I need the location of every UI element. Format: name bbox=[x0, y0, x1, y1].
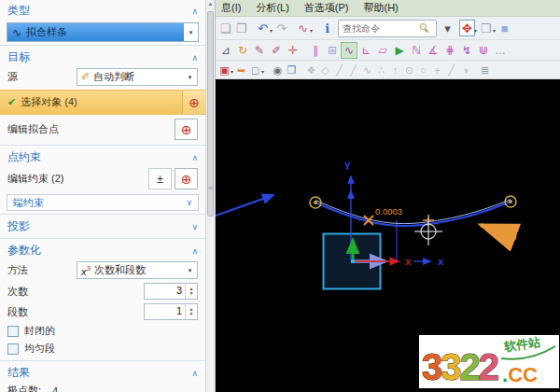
snap-segment-icon[interactable]: ╱ bbox=[346, 62, 360, 78]
undo-icon-dropdown[interactable]: ▾ bbox=[270, 28, 273, 34]
edit-constraint-crosshair-button[interactable]: ⊕ bbox=[175, 168, 198, 189]
select-object-crosshair-button[interactable]: ⊕ bbox=[182, 91, 205, 114]
sketch-curve-icon[interactable]: ∿ bbox=[295, 20, 311, 36]
add-remove-constraint-button[interactable]: ± bbox=[148, 168, 172, 189]
sketch-curve-icon-dropdown[interactable]: ▾ bbox=[310, 28, 313, 34]
revolve-icon[interactable]: ↻ bbox=[234, 42, 251, 59]
method-combo[interactable]: x3 次数和段数 ▾ bbox=[77, 261, 198, 279]
fit-view-icon[interactable]: ✥ bbox=[459, 20, 475, 36]
point-on-curve-icon[interactable]: ✛ bbox=[285, 42, 301, 59]
n-sided-icon[interactable]: ℕ bbox=[408, 42, 425, 59]
lightning-icon[interactable]: ↯ bbox=[458, 42, 475, 59]
csys-origin[interactable] bbox=[351, 259, 355, 263]
deviation-gauge-icon[interactable]: ⋕ bbox=[441, 42, 458, 59]
segments-value[interactable]: 1 bbox=[145, 304, 185, 319]
undo-icon[interactable]: ↶ bbox=[255, 20, 271, 36]
section-projection[interactable]: 投影 ∨ bbox=[0, 216, 205, 235]
section-target[interactable]: 目标 ∧ bbox=[0, 47, 205, 66]
sketch-grid-icon[interactable]: ⊞ bbox=[324, 42, 341, 59]
section-results[interactable]: 结果 ∧ bbox=[0, 362, 205, 382]
divide-curve-icon[interactable]: ✐ bbox=[268, 42, 285, 59]
menu-item-analysis[interactable]: 分析(L) bbox=[256, 1, 288, 15]
snap-circle-icon[interactable]: ○ bbox=[416, 62, 430, 78]
closed-checkbox-row[interactable]: 封闭的 bbox=[0, 322, 205, 340]
collapse-icon[interactable]: ∧ bbox=[191, 53, 198, 63]
select-object-row[interactable]: ✔ 选择对象 (4) ⊕ bbox=[0, 90, 205, 115]
find-command-box[interactable] bbox=[338, 20, 437, 37]
perpendicular-constraint-icon[interactable]: ⊾ bbox=[357, 42, 374, 59]
expand-icon[interactable]: ∨ bbox=[186, 198, 192, 207]
rectangle-select-icon[interactable]: ◻ bbox=[248, 62, 262, 78]
shaded-sphere-icon[interactable]: ◉ bbox=[271, 62, 285, 78]
end-constraint-group[interactable]: 端约束 ∨ bbox=[7, 194, 199, 211]
degree-down-icon[interactable]: ▼ bbox=[189, 291, 194, 296]
menu-item-help[interactable]: 帮助(H) bbox=[364, 1, 399, 15]
menu-item-preferences[interactable]: 首选项(P) bbox=[304, 1, 349, 15]
closed-label: 封闭的 bbox=[24, 324, 55, 338]
edit-fit-points-crosshair-button[interactable]: ⊕ bbox=[175, 119, 198, 140]
uniform-checkbox[interactable] bbox=[7, 343, 19, 355]
parallel-constraint-icon[interactable]: ∥ bbox=[307, 42, 324, 59]
plane-icon[interactable]: ▱ bbox=[374, 42, 391, 59]
collapse-icon[interactable]: ∧ bbox=[191, 7, 198, 16]
trim-curve-icon[interactable]: ✎ bbox=[251, 42, 268, 59]
snap-center-icon[interactable]: ⊙ bbox=[402, 62, 416, 78]
information-icon[interactable]: ℹ bbox=[319, 20, 335, 36]
type-combo[interactable]: ∿ 拟合样条 ▾ bbox=[7, 22, 199, 42]
copy-icon[interactable]: ❏ bbox=[217, 20, 233, 36]
segments-stepper[interactable]: 1 ▲ ▼ bbox=[144, 303, 198, 320]
dialog-scrollbar[interactable]: ▲ ≡ bbox=[206, 0, 216, 392]
rectangle-select-icon-dropdown[interactable]: ▾ bbox=[261, 69, 264, 75]
closed-checkbox[interactable] bbox=[7, 326, 19, 337]
animate-play-icon[interactable]: ▶ bbox=[391, 42, 408, 59]
divider bbox=[0, 238, 205, 239]
scrollbar-grip[interactable]: ≡ bbox=[206, 185, 215, 191]
toolbar-overflow[interactable]: … bbox=[492, 42, 509, 59]
collapse-icon[interactable]: ∧ bbox=[191, 246, 198, 256]
section-parameterization[interactable]: 参数化 ∧ bbox=[0, 240, 205, 259]
degree-stepper[interactable]: 3 ▲ ▼ bbox=[144, 283, 198, 300]
menu-item-information[interactable]: 息(I) bbox=[221, 1, 241, 15]
source-combo-dropdown[interactable]: ▾ bbox=[183, 74, 197, 81]
uniform-checkbox-row[interactable]: 均匀段 bbox=[0, 340, 205, 357]
fit-curve-icon[interactable]: ∿ bbox=[341, 42, 357, 59]
type-combo-dropdown[interactable]: ▾ bbox=[184, 23, 198, 41]
snap-pole-icon[interactable]: ◇ bbox=[318, 62, 332, 78]
source-combo[interactable]: ✐ 自动判断 ▾ bbox=[77, 68, 198, 86]
snap-quadrant-icon[interactable]: ◑ bbox=[458, 62, 472, 78]
object-color-icon-dropdown[interactable]: ▾ bbox=[231, 69, 233, 75]
shaded-view-icon[interactable]: ❒ bbox=[478, 20, 494, 36]
snap-handle-icon[interactable]: ❖ bbox=[304, 62, 318, 78]
segments-down-icon[interactable]: ▼ bbox=[189, 312, 194, 316]
snap-tangent-icon[interactable]: ╱ bbox=[444, 62, 458, 78]
shaded-view-icon-dropdown[interactable]: ▾ bbox=[493, 28, 496, 34]
degree-value[interactable]: 3 bbox=[145, 284, 185, 299]
snap-intersection-icon[interactable]: + bbox=[430, 62, 444, 78]
method-combo-dropdown[interactable]: ▾ bbox=[183, 267, 197, 274]
snap-spline-icon[interactable]: ∿ bbox=[360, 62, 374, 78]
search-options-dropdown[interactable]: ▾ bbox=[440, 20, 455, 36]
snap-arrow-icon[interactable]: ↑ bbox=[388, 62, 402, 78]
expression-icon[interactable]: ⋓ bbox=[475, 42, 492, 59]
angle-constraint-icon[interactable]: ∡ bbox=[425, 42, 441, 59]
collapse-icon[interactable]: ∧ bbox=[191, 369, 198, 378]
layers-icon[interactable]: ≣ bbox=[478, 62, 492, 78]
graphics-canvas[interactable]: 0.0003 Y X X bbox=[216, 79, 560, 392]
expand-icon[interactable]: ∨ bbox=[191, 222, 198, 231]
object-color-icon[interactable]: ▣ bbox=[217, 62, 231, 78]
section-point-constraint[interactable]: 点约束 ∧ bbox=[0, 147, 205, 166]
profile-corner-icon[interactable]: ⊿ bbox=[217, 42, 234, 59]
collapse-icon[interactable]: ∧ bbox=[191, 153, 198, 162]
snap-points-icon[interactable]: ∴ bbox=[374, 62, 388, 78]
snap-line-icon[interactable]: ╱ bbox=[332, 62, 346, 78]
graphics-window[interactable]: 0.0003 Y X X bbox=[216, 79, 560, 392]
work-box-icon[interactable]: ❒ bbox=[285, 62, 299, 78]
fit-view-icon-dropdown[interactable]: ▾ bbox=[474, 28, 477, 34]
paste-icon[interactable]: ❐ bbox=[233, 20, 249, 36]
move-object-icon[interactable]: ➥ bbox=[234, 62, 248, 78]
scroll-up-icon[interactable]: ▲ bbox=[206, 1, 215, 7]
redo-icon[interactable]: ↷ bbox=[273, 20, 289, 36]
isometric-cube-icon[interactable]: ■ bbox=[497, 20, 512, 36]
find-command-input[interactable] bbox=[339, 23, 419, 34]
section-type[interactable]: 类型 ∧ bbox=[0, 0, 205, 20]
